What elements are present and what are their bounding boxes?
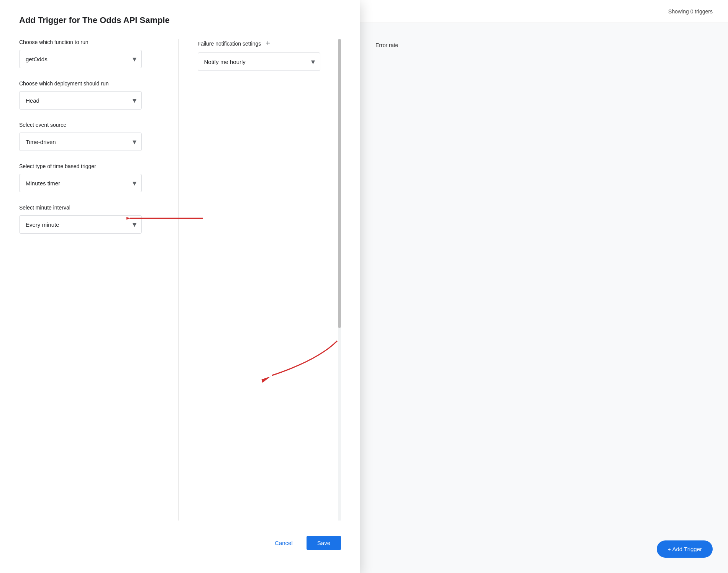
minute-interval-dropdown-container: Every minute ▾ <box>19 215 142 234</box>
modal-columns: Choose which function to run getOdds ▾ C… <box>19 39 341 521</box>
modal-footer: Cancel Save <box>19 521 341 550</box>
notification-section: Failure notification settings + Notify m… <box>198 39 341 71</box>
modal-left-column: Choose which function to run getOdds ▾ C… <box>19 39 179 521</box>
deployment-dropdown[interactable]: Head <box>19 91 142 110</box>
event-source-dropdown[interactable]: Time-driven <box>19 133 142 151</box>
notification-add-icon[interactable]: + <box>266 39 270 48</box>
save-button[interactable]: Save <box>307 536 341 550</box>
function-dropdown[interactable]: getOdds <box>19 50 142 68</box>
event-source-section: Select event source Time-driven ▾ <box>19 122 163 151</box>
add-trigger-button[interactable]: + Add Trigger <box>657 540 713 558</box>
add-trigger-label: + Add Trigger <box>667 546 702 552</box>
modal-dialog: Add Trigger for The Odds API Sample Choo… <box>0 0 360 573</box>
minute-interval-dropdown[interactable]: Every minute <box>19 215 142 234</box>
modal-scrollbar[interactable] <box>338 39 341 521</box>
deployment-section: Choose which deployment should run Head … <box>19 80 163 110</box>
deployment-label: Choose which deployment should run <box>19 80 163 87</box>
modal-right-column: Failure notification settings + Notify m… <box>179 39 341 521</box>
time-type-section: Select type of time based trigger Minute… <box>19 163 163 192</box>
function-label: Choose which function to run <box>19 39 163 45</box>
event-source-label: Select event source <box>19 122 163 128</box>
deployment-dropdown-container: Head ▾ <box>19 91 142 110</box>
function-section: Choose which function to run getOdds ▾ <box>19 39 163 68</box>
right-content: Error rate <box>360 23 728 573</box>
modal-overlay: Add Trigger for The Odds API Sample Choo… <box>0 0 360 573</box>
modal-title: Add Trigger for The Odds API Sample <box>19 15 341 25</box>
function-dropdown-container: getOdds ▾ <box>19 50 142 68</box>
minute-interval-section: Select minute interval Every minute ▾ <box>19 205 163 234</box>
notification-label-text: Failure notification settings <box>198 41 261 47</box>
showing-triggers-text: Showing 0 triggers <box>668 8 713 15</box>
top-bar: Showing 0 triggers <box>360 0 728 23</box>
notification-header: Failure notification settings + <box>198 39 341 48</box>
time-type-dropdown-container: Minutes timer ▾ <box>19 174 142 192</box>
minute-interval-label: Select minute interval <box>19 205 163 211</box>
error-rate-header: Error rate <box>375 34 713 56</box>
notify-dropdown[interactable]: Notify me hourly <box>198 52 320 71</box>
time-type-dropdown[interactable]: Minutes timer <box>19 174 142 192</box>
notify-dropdown-container: Notify me hourly ▾ <box>198 52 320 71</box>
modal-scrollbar-thumb <box>338 39 341 328</box>
event-source-dropdown-container: Time-driven ▾ <box>19 133 142 151</box>
time-type-label: Select type of time based trigger <box>19 163 163 169</box>
cancel-button[interactable]: Cancel <box>267 536 300 550</box>
